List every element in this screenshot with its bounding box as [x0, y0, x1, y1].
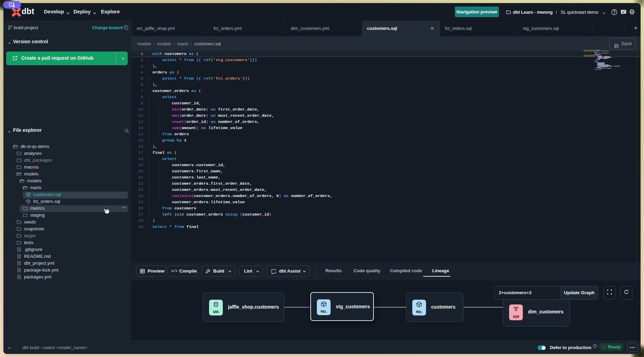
svg-text:</>: </> [171, 269, 177, 273]
